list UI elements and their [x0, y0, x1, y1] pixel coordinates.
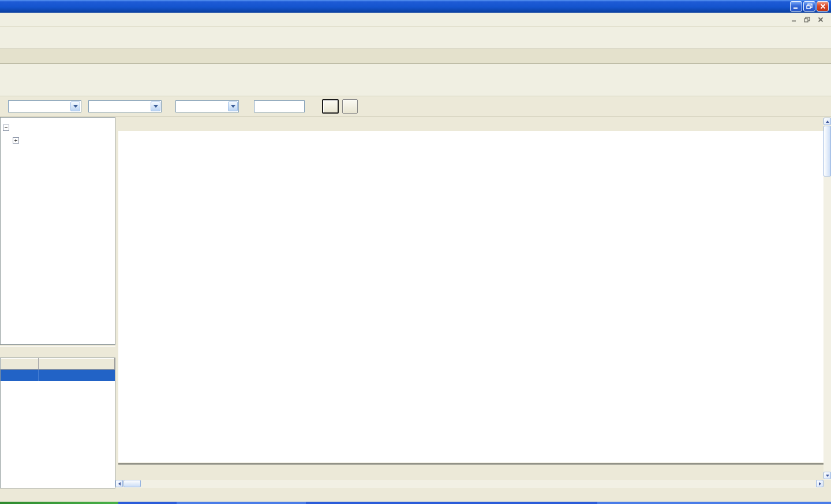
- accounts-tree: [0, 117, 115, 345]
- counter-subject-input[interactable]: [254, 100, 305, 112]
- chevron-down-icon[interactable]: [70, 101, 80, 111]
- account-hint: [0, 346, 115, 358]
- vertical-scrollbar[interactable]: [823, 118, 831, 480]
- status-bar: [0, 488, 831, 502]
- chevron-down-icon[interactable]: [151, 101, 160, 111]
- horizontal-scrollbar[interactable]: [115, 480, 823, 488]
- tree-node-cash[interactable]: [3, 134, 113, 146]
- menu-bar: [0, 13, 831, 27]
- horizontal-scroll-thumb[interactable]: [123, 480, 141, 487]
- advanced-query-button[interactable]: [342, 99, 358, 114]
- mdi-restore-button[interactable]: [802, 15, 812, 24]
- mdi-window-controls: [789, 15, 829, 24]
- expand-icon[interactable]: [13, 137, 19, 144]
- collapse-icon[interactable]: [3, 125, 9, 131]
- scroll-left-button[interactable]: [115, 480, 123, 487]
- query-bar: [0, 96, 831, 116]
- taskbar-strip: [0, 502, 831, 504]
- chevron-down-icon[interactable]: [228, 101, 238, 111]
- date-to-combo[interactable]: [88, 100, 162, 112]
- property-row-cash[interactable]: [1, 370, 115, 381]
- vertical-scroll-thumb[interactable]: [823, 126, 831, 176]
- content-area: [0, 116, 831, 488]
- main-toolbar: [0, 27, 831, 49]
- mdi-minimize-button[interactable]: [789, 15, 799, 24]
- grid-body: [118, 131, 823, 462]
- scroll-up-button[interactable]: [823, 118, 831, 125]
- mdi-close-button[interactable]: [815, 15, 825, 24]
- sum-divider: [118, 463, 823, 465]
- minimize-button[interactable]: [790, 1, 802, 12]
- title-bar: [0, 0, 831, 13]
- property-table: [0, 358, 115, 488]
- tab-bar: [0, 49, 831, 64]
- action-toolbar: [0, 64, 831, 96]
- start-button-edge: [0, 502, 118, 504]
- journal-grid: [118, 116, 831, 488]
- accounts-panel: [0, 116, 115, 488]
- voucher-word-combo[interactable]: [175, 100, 239, 112]
- property-table-header: [1, 358, 115, 370]
- close-button[interactable]: [817, 1, 829, 12]
- scroll-right-button[interactable]: [816, 480, 823, 487]
- scroll-down-button[interactable]: [823, 472, 831, 479]
- tree-node-all-cash-accounts[interactable]: [3, 121, 113, 134]
- property-column-header: [1, 358, 39, 370]
- restore-button[interactable]: [803, 1, 815, 12]
- value-column-header: [39, 358, 115, 370]
- date-from-combo[interactable]: [8, 100, 81, 112]
- query-button[interactable]: [322, 99, 339, 114]
